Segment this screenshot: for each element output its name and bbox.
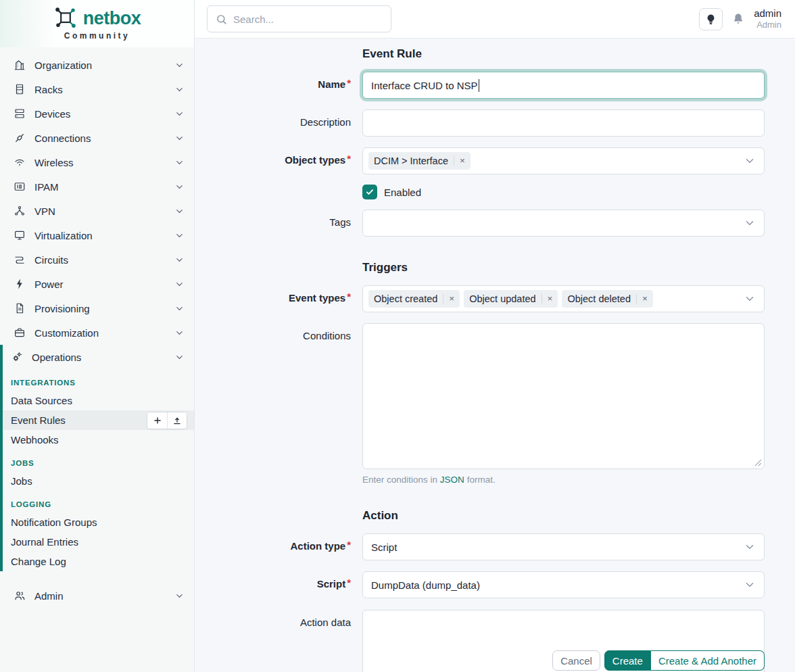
chevron-down-icon bbox=[174, 133, 185, 143]
sidebar-item-racks[interactable]: Racks bbox=[0, 77, 194, 101]
name-input[interactable]: Interface CRUD to NSP bbox=[362, 72, 765, 99]
text-cursor bbox=[479, 79, 480, 92]
devices-icon bbox=[14, 107, 26, 120]
section-title-logging: LOGGING bbox=[3, 500, 194, 508]
sidebar-item-data-sources[interactable]: Data Sources bbox=[3, 391, 194, 410]
object-types-select[interactable]: DCIM > Interface× bbox=[362, 147, 765, 174]
sidebar-item-label: Organization bbox=[34, 59, 174, 71]
topbar-right: admin Admin bbox=[699, 7, 781, 30]
conditions-textarea[interactable] bbox=[362, 323, 765, 469]
cancel-button[interactable]: Cancel bbox=[552, 650, 600, 671]
ipam-icon bbox=[14, 181, 26, 193]
sidebar-item-label: Circuits bbox=[34, 254, 174, 266]
token: Object updated× bbox=[464, 290, 558, 308]
search-icon bbox=[216, 14, 227, 25]
sidebar-item-label: Customization bbox=[34, 327, 174, 339]
sidebar-item-vpn[interactable]: VPN bbox=[0, 199, 194, 223]
provisioning-icon bbox=[14, 302, 26, 314]
sidebar-item-change-log[interactable]: Change Log bbox=[3, 552, 194, 571]
chevron-down-icon bbox=[174, 279, 185, 289]
enabled-checkbox[interactable] bbox=[362, 185, 377, 199]
conditions-help-text: Enter conditions in JSON format. bbox=[362, 475, 765, 485]
event-types-select[interactable]: Object created× Object updated× Object d… bbox=[362, 285, 765, 312]
sidebar-item-label: Virtualization bbox=[34, 230, 174, 241]
section-title-jobs: JOBS bbox=[3, 459, 194, 467]
add-event-rule-button[interactable] bbox=[147, 412, 167, 429]
connections-icon bbox=[14, 132, 26, 144]
user-menu[interactable]: admin Admin bbox=[754, 7, 781, 30]
sidebar-item-notification-groups[interactable]: Notification Groups bbox=[3, 512, 194, 532]
remove-token-icon[interactable]: × bbox=[636, 294, 648, 304]
token: Object deleted× bbox=[562, 290, 652, 308]
sidebar-item-jobs[interactable]: Jobs bbox=[3, 471, 194, 491]
theme-toggle-button[interactable] bbox=[699, 8, 723, 30]
sidebar-item-customization[interactable]: Customization bbox=[0, 320, 194, 345]
action-type-label: Action type bbox=[195, 533, 362, 560]
sidebar-item-connections[interactable]: Connections bbox=[0, 126, 194, 150]
form-section-title: Event Rule bbox=[362, 47, 795, 61]
sidebar-item-circuits[interactable]: Circuits bbox=[0, 247, 194, 272]
sidebar-item-power[interactable]: Power bbox=[0, 272, 194, 296]
remove-token-icon[interactable]: × bbox=[454, 156, 465, 166]
chevron-down-icon bbox=[174, 591, 185, 601]
chevron-down-icon bbox=[744, 579, 756, 591]
sidebar-item-ipam[interactable]: IPAM bbox=[0, 174, 194, 199]
script-row: Script DumpData (dump_data) bbox=[195, 571, 795, 598]
remove-token-icon[interactable]: × bbox=[541, 294, 553, 304]
create-and-add-another-button[interactable]: Create & Add Another bbox=[651, 650, 765, 671]
description-label: Description bbox=[195, 110, 362, 137]
sidebar-item-organization[interactable]: Organization bbox=[0, 53, 194, 77]
conditions-row: Conditions Enter conditions in JSON form… bbox=[195, 323, 795, 485]
organization-icon bbox=[14, 59, 26, 71]
event-types-label: Event types bbox=[195, 285, 362, 312]
description-input[interactable] bbox=[362, 110, 765, 137]
sidebar-item-label: Racks bbox=[34, 84, 174, 95]
wireless-icon bbox=[14, 156, 26, 168]
tags-select[interactable] bbox=[362, 210, 765, 237]
action-type-select[interactable]: Script bbox=[362, 533, 765, 560]
notifications-button[interactable] bbox=[731, 12, 745, 26]
description-row: Description bbox=[195, 110, 795, 137]
sidebar-item-operations[interactable]: Operations bbox=[3, 345, 194, 369]
token: Object created× bbox=[368, 290, 460, 308]
action-type-row: Action type Script bbox=[195, 533, 795, 560]
sidebar-item-wireless[interactable]: Wireless bbox=[0, 150, 194, 174]
username: admin bbox=[754, 7, 781, 20]
virtualization-icon bbox=[14, 229, 26, 241]
form-actions: Cancel Create Create & Add Another bbox=[552, 650, 765, 671]
object-types-label: Object types bbox=[195, 147, 362, 174]
sidebar-item-webhooks[interactable]: Webhooks bbox=[3, 430, 194, 450]
script-label: Script bbox=[195, 571, 362, 598]
import-event-rules-button[interactable] bbox=[167, 412, 187, 429]
sidebar-item-event-rules[interactable]: Event Rules bbox=[3, 410, 194, 430]
remove-token-icon[interactable]: × bbox=[443, 294, 454, 304]
sidebar-item-devices[interactable]: Devices bbox=[0, 101, 194, 126]
netbox-logo-icon bbox=[53, 7, 78, 30]
action-type-value: Script bbox=[368, 542, 397, 553]
sidebar-item-label: Journal Entries bbox=[11, 536, 78, 548]
resize-handle[interactable] bbox=[754, 459, 762, 466]
sidebar-item-label: Webhooks bbox=[11, 434, 59, 446]
sidebar-nav: Organization Racks Devices Connections W… bbox=[0, 47, 194, 608]
section-title-integrations: INTEGRATIONS bbox=[3, 379, 194, 387]
sidebar-item-journal-entries[interactable]: Journal Entries bbox=[3, 532, 194, 552]
chevron-down-icon bbox=[174, 328, 185, 338]
sidebar-item-label: Admin bbox=[34, 590, 174, 602]
script-select[interactable]: DumpData (dump_data) bbox=[362, 571, 765, 598]
chevron-down-icon bbox=[174, 158, 185, 168]
racks-icon bbox=[14, 83, 26, 95]
create-button[interactable]: Create bbox=[604, 650, 651, 671]
brand-name: netbox bbox=[83, 8, 141, 29]
sidebar-item-virtualization[interactable]: Virtualization bbox=[0, 223, 194, 247]
brand-subtitle: Community bbox=[0, 31, 194, 41]
sidebar-item-admin[interactable]: Admin bbox=[0, 583, 194, 608]
json-format-link[interactable]: JSON bbox=[440, 475, 464, 485]
action-data-label: Action data bbox=[195, 610, 362, 672]
create-button-group: Create Create & Add Another bbox=[604, 650, 765, 671]
object-types-row: Object types DCIM > Interface× bbox=[195, 147, 795, 174]
brand[interactable]: netbox Community bbox=[0, 0, 194, 47]
search-input[interactable] bbox=[233, 14, 383, 25]
sidebar-item-provisioning[interactable]: Provisioning bbox=[0, 296, 194, 320]
script-value: DumpData (dump_data) bbox=[368, 579, 480, 591]
chevron-down-icon bbox=[174, 182, 185, 192]
